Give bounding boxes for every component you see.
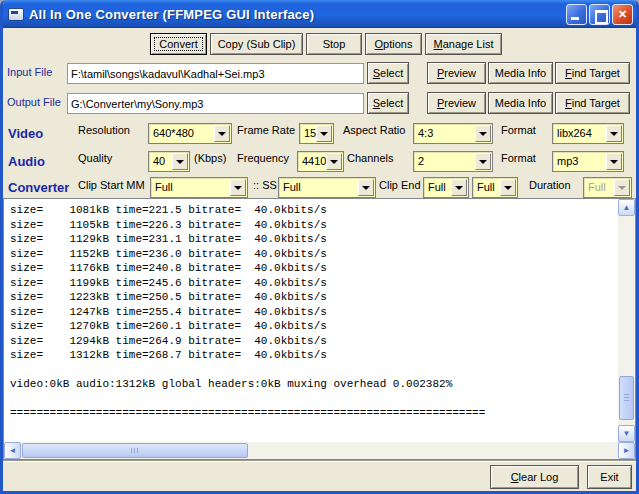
dropdown-arrow-icon[interactable] — [316, 125, 332, 142]
output-find-target-button[interactable]: Find Target — [555, 92, 630, 114]
scroll-left-icon[interactable]: ◄ — [4, 442, 21, 459]
scroll-down-icon[interactable]: ▼ — [618, 425, 635, 442]
dropdown-arrow-icon[interactable] — [475, 153, 491, 170]
aspect-ratio-select[interactable]: 4:3 — [413, 123, 493, 144]
minimize-button[interactable] — [566, 4, 587, 25]
frame-rate-label: Frame Rate — [237, 124, 295, 136]
dropdown-arrow-icon[interactable] — [230, 179, 246, 196]
copy-sub-clip-button[interactable]: Copy (Sub Clip) — [210, 33, 303, 55]
window-title: All In One Converter (FFMPEG GUI Interfa… — [29, 7, 566, 22]
input-media-info-button[interactable]: Media Info — [488, 62, 553, 84]
resolution-select[interactable]: 640*480 — [148, 123, 232, 144]
status-message-line1: Clip conversion completed in :28 seconds… — [6, 489, 365, 494]
clip-end-ss-select[interactable]: Full — [472, 177, 518, 198]
output-preview-button[interactable]: Preview — [427, 92, 486, 114]
kbps-label: (Kbps) — [194, 152, 226, 164]
dropdown-arrow-icon[interactable] — [172, 153, 188, 170]
quality-select[interactable]: 40 — [148, 151, 190, 172]
dropdown-arrow-icon[interactable] — [475, 125, 491, 142]
close-icon: ✕ — [618, 8, 627, 21]
input-file-field[interactable] — [67, 63, 364, 84]
video-section-label: Video — [8, 126, 43, 141]
scroll-up-icon[interactable]: ▲ — [618, 199, 635, 216]
output-file-field[interactable] — [67, 93, 364, 114]
stop-button[interactable]: Stop — [306, 33, 362, 55]
input-find-target-button[interactable]: Find Target — [555, 62, 630, 84]
manage-list-button[interactable]: Manage List — [425, 33, 502, 55]
input-file-label: Input File — [7, 66, 52, 78]
clear-log-button[interactable]: Clear Log — [490, 465, 579, 489]
quality-label: Quality — [78, 152, 112, 164]
app-window: All In One Converter (FFMPEG GUI Interfa… — [0, 0, 639, 494]
output-file-label: Output File — [7, 96, 61, 108]
dropdown-arrow-icon[interactable] — [214, 125, 230, 142]
app-icon — [8, 8, 24, 21]
output-media-info-button[interactable]: Media Info — [488, 92, 553, 114]
duration-label: Duration — [529, 179, 571, 191]
dropdown-arrow-icon[interactable] — [606, 153, 622, 170]
channels-select[interactable]: 2 — [413, 151, 493, 172]
dropdown-arrow-icon[interactable] — [606, 125, 622, 142]
horizontal-scroll-thumb[interactable] — [22, 443, 248, 458]
video-format-select[interactable]: libx264 — [552, 123, 624, 144]
audio-section-label: Audio — [8, 154, 45, 169]
convert-button[interactable]: Convert — [150, 33, 207, 55]
titlebar[interactable]: All In One Converter (FFMPEG GUI Interfa… — [0, 0, 639, 28]
dropdown-arrow-icon[interactable] — [500, 179, 516, 196]
audio-format-select[interactable]: mp3 — [552, 151, 624, 172]
output-select-button[interactable]: Select — [367, 92, 409, 114]
aspect-ratio-label: Aspect Ratio — [343, 124, 405, 136]
options-button[interactable]: Options — [365, 33, 422, 55]
vertical-scroll-thumb[interactable] — [619, 376, 634, 420]
dropdown-arrow-icon[interactable] — [326, 153, 342, 170]
frequency-select[interactable]: 44100 — [297, 151, 344, 172]
clip-end-label: Clip End — [379, 179, 421, 191]
resolution-label: Resolution — [78, 124, 130, 136]
log-output-panel: size= 1081kB time=221.5 bitrate= 40.0kbi… — [3, 198, 636, 460]
dialog-body: Convert Copy (Sub Clip) Stop Options Man… — [3, 28, 636, 491]
input-select-button[interactable]: Select — [367, 62, 409, 84]
clip-start-label: Clip Start MM — [78, 179, 145, 191]
close-button[interactable]: ✕ — [612, 4, 633, 25]
ss-label: :: SS — [253, 179, 277, 191]
converter-section-label: Converter — [8, 180, 69, 195]
audio-format-label: Format — [501, 152, 536, 164]
horizontal-scrollbar[interactable]: ◄ ► — [4, 442, 635, 459]
clip-start-mm-select[interactable]: Full — [150, 177, 248, 198]
frame-rate-select[interactable]: 15 — [299, 123, 334, 144]
vertical-scrollbar[interactable]: ▲ ▼ — [618, 199, 635, 442]
dropdown-arrow-icon[interactable] — [358, 179, 374, 196]
channels-label: Channels — [347, 152, 393, 164]
dropdown-arrow-icon[interactable] — [451, 179, 467, 196]
log-text[interactable]: size= 1081kB time=221.5 bitrate= 40.0kbi… — [5, 200, 617, 441]
clip-start-ss-select[interactable]: Full — [278, 177, 376, 198]
status-bar: Clip conversion completed in :28 seconds… — [3, 460, 636, 491]
maximize-button[interactable] — [589, 4, 610, 25]
frequency-label: Frequency — [237, 152, 289, 164]
video-format-label: Format — [501, 124, 536, 136]
dropdown-arrow-icon — [614, 179, 630, 196]
scroll-right-icon[interactable]: ► — [618, 442, 635, 459]
duration-select: Full — [583, 177, 632, 198]
clip-end-mm-select[interactable]: Full — [423, 177, 469, 198]
input-preview-button[interactable]: Preview — [427, 62, 486, 84]
exit-button[interactable]: Exit — [587, 465, 632, 489]
